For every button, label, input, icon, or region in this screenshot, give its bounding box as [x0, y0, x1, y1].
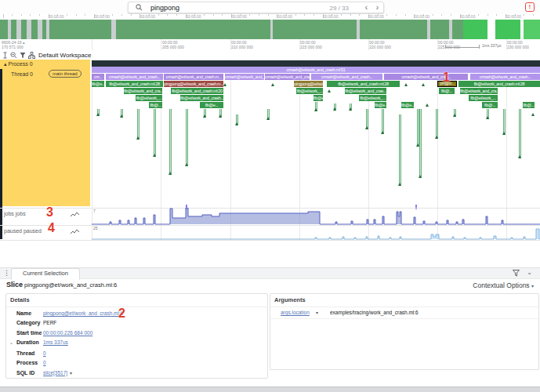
slice[interactable]: fib@e...	[200, 102, 223, 108]
slice[interactable]: fib@et/work_and_crash.ml:20	[171, 88, 223, 94]
filter-icon[interactable]	[20, 52, 26, 59]
process-summary-track[interactable]	[92, 60, 540, 67]
minimap-segment	[487, 20, 495, 39]
feedback-icon[interactable]: !	[525, 2, 535, 12]
overview-tick-ruler: 00:00:0000:00:0000:00:0000:00:0000:00:00…	[0, 14, 540, 20]
slice[interactable]: crrrash@et/work_and_cra...	[225, 74, 264, 80]
thread-track-shell[interactable]	[0, 60, 90, 206]
icicle-arrow-icon	[223, 83, 227, 86]
slice[interactable]: fib@e...	[401, 102, 414, 108]
slice[interactable]: fib@et/work_and_crash.ml:28	[327, 81, 400, 87]
slice[interactable]: crrrash@et/work_and_crash...	[311, 74, 382, 80]
drag-handle-icon[interactable]: ⋮	[3, 269, 10, 277]
detail-value[interactable]: 00:00:00.226 684 000	[43, 328, 92, 338]
slice[interactable]: pingpong@et/work_and_crash.m...	[164, 81, 223, 87]
next-result-button[interactable]: ›	[376, 3, 379, 12]
slice[interactable]: crrrash@et/work_and_crash...	[470, 74, 540, 80]
slice[interactable]: crrrash@et/work_and_crash.m...	[164, 74, 223, 80]
call-stack-icicle[interactable]	[519, 109, 521, 158]
counter-chart[interactable]	[0, 225, 540, 240]
counter-chart[interactable]	[0, 208, 540, 225]
slice[interactable]: fib@e...	[92, 81, 104, 87]
slice[interactable]: fib@...	[439, 88, 455, 94]
workspace-icon[interactable]	[28, 52, 35, 59]
slice[interactable]: crrrash@et/work_and_crash...	[106, 74, 163, 80]
detail-value[interactable]: slice[3517]▾	[43, 368, 72, 378]
search-input[interactable]: pingpong	[150, 4, 179, 12]
filter-icon[interactable]	[513, 270, 520, 277]
height-icon[interactable]	[2, 52, 8, 59]
ruler-tick-label: 00:00:00	[460, 14, 475, 19]
ruler-tick	[222, 14, 223, 16]
slice[interactable]: fib@et/work_...	[296, 88, 323, 94]
slice[interactable]: pingpong@et/wo...	[294, 81, 323, 87]
process-group-header[interactable]: ▴ Process 0	[4, 61, 33, 67]
slice[interactable]: fib@et/work_and_crash.ml:28	[106, 81, 163, 87]
slice[interactable]: fib@...	[482, 102, 498, 108]
icicle-arrow-icon	[153, 154, 156, 157]
call-stack-icicle[interactable]	[436, 109, 438, 139]
overview-minimap[interactable]	[0, 20, 540, 39]
minimap-segment	[38, 20, 42, 39]
ruler-tick-label: 00:00:00	[368, 14, 383, 19]
slice[interactable]: fib@et/work_...	[136, 95, 162, 101]
prev-result-button[interactable]: ‹	[365, 3, 368, 12]
detail-value[interactable]: 0	[43, 349, 46, 358]
slice[interactable]: fib@et/work_and_cras...	[345, 88, 386, 94]
tab-current-selection[interactable]: Current Selection	[11, 268, 80, 280]
detail-row: Process0	[6, 358, 267, 368]
detail-value[interactable]: 0	[43, 358, 46, 368]
ruler-tick	[396, 14, 397, 16]
slice[interactable]: crrrash@et/work_and_cras...	[265, 74, 310, 80]
detail-label: Name	[16, 309, 31, 318]
icicle-arrow-icon	[531, 113, 535, 116]
time-scale-marker	[445, 45, 480, 48]
slice[interactable]: fib@...	[523, 102, 535, 108]
slice[interactable]: fib@et/work_...	[469, 95, 498, 101]
icicle-arrow-icon	[271, 83, 274, 86]
search-box[interactable]: pingpong 29 / 33 ‹ ›	[128, 2, 384, 13]
contextual-options-dropdown[interactable]: Contextual Options ▾	[473, 281, 534, 289]
expander-icon[interactable]: ⌄	[9, 338, 13, 347]
ruler-tick	[158, 14, 159, 16]
ruler-tick-label: 00:00:00	[49, 14, 63, 19]
call-stack-icicle[interactable]	[154, 109, 156, 157]
slice[interactable]: fib@e...	[375, 102, 386, 108]
chevron-down-icon[interactable]: ⌄	[527, 269, 532, 276]
slice[interactable]: fib@et/work_and_cra...	[124, 88, 162, 94]
call-stack-icicle[interactable]	[419, 109, 422, 178]
slice[interactable]: fib@et/work_and_crash.ml:28	[458, 81, 540, 87]
arg-key-link[interactable]: args.location	[281, 307, 310, 318]
annotation-number: 1	[443, 72, 450, 83]
icicle-arrow-icon	[328, 89, 331, 93]
slice[interactable]: fib@et/work_and_crash...	[180, 95, 223, 101]
detail-row: CategoryPERF	[6, 318, 267, 328]
call-stack-icicle[interactable]	[169, 109, 172, 175]
detail-row: ⌄Duration1ms 337us	[6, 338, 267, 347]
ruler-tick	[441, 14, 442, 16]
slice[interactable]: fib@...	[149, 102, 162, 108]
ruler-tick	[112, 14, 113, 16]
slice[interactable]: crrrash@et/work_and_cras...	[384, 74, 468, 80]
ruler-tick-label: 00:00:00	[231, 14, 246, 19]
icicle-arrow-icon	[419, 175, 422, 178]
bottom-scrollbar[interactable]	[0, 387, 540, 392]
slice[interactable]: fib@et/work_...	[359, 95, 386, 101]
time-label: 00:00:00205 000 000	[162, 40, 184, 49]
call-stack-icicle[interactable]	[399, 114, 401, 186]
zoom-out-icon[interactable]	[10, 52, 17, 59]
ruler-tick	[359, 14, 360, 16]
slice[interactable]: crrr...	[92, 74, 104, 80]
call-stack-icicle[interactable]	[137, 109, 140, 140]
call-stack-icicle[interactable]	[186, 109, 188, 166]
workspace-label[interactable]: Default Workspace	[38, 52, 91, 59]
detail-value[interactable]: 1ms 337us	[43, 338, 68, 347]
minimap-segment	[357, 20, 360, 39]
time-label: 00:00:00210 000 000	[231, 40, 253, 49]
slice[interactable]: fib@et/work_and_cra...	[460, 88, 498, 94]
ruler-tick	[487, 14, 488, 16]
detail-value[interactable]: pingpong@et/work_and_crash.ml:6	[43, 309, 123, 318]
thread-track-label[interactable]: Thread 0	[11, 71, 33, 77]
slice[interactable]: crrrash@et/work_and_crash.ml:51	[92, 67, 540, 73]
slice[interactable]: fib@e...	[313, 95, 323, 101]
